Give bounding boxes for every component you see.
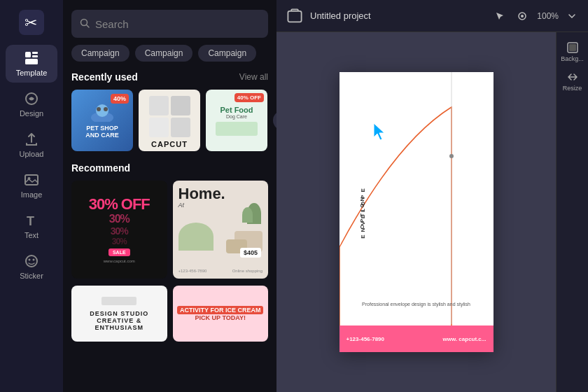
- icecream-highlight: ACTIVITY FOR ICE CREAM: [177, 306, 263, 314]
- background-tool-label: Backg...: [561, 55, 584, 62]
- search-bar[interactable]: [71, 10, 268, 38]
- off-line-4: 30%: [112, 237, 127, 246]
- pet-shop-title: PET SHOP AND CARE: [85, 125, 119, 139]
- recent-thumb-pet-shop[interactable]: 40% PET SHOP AND CARE: [71, 90, 133, 151]
- recently-used-header: Recently used View all: [71, 71, 268, 83]
- sidebar-item-design[interactable]: Design: [6, 85, 57, 123]
- svg-point-12: [33, 259, 35, 261]
- svg-rect-25: [569, 44, 576, 51]
- icecream-sub: PICK UP TODAY!: [195, 314, 246, 321]
- bot-thumb-studio[interactable]: DESIGN STUDIO CREATIVE & ENTHUSIASM: [71, 286, 167, 342]
- recent-thumb-pet-food[interactable]: 40% OFF Pet Food Dog Care: [206, 90, 267, 151]
- svg-point-23: [449, 154, 454, 158]
- svg-line-14: [87, 24, 90, 27]
- footer-website: www. capcut.c...: [443, 336, 486, 342]
- sidebar-item-upload[interactable]: Upload: [6, 126, 57, 164]
- cursor-tool-button[interactable]: [492, 8, 507, 24]
- svg-text:T: T: [27, 214, 34, 228]
- sidebar-label-design: Design: [20, 109, 43, 118]
- envelope-footer: +123-456-7890 www. capcut.c...: [340, 326, 493, 352]
- home-price: $405: [240, 248, 261, 258]
- chip-campaign-3[interactable]: Campaign: [198, 45, 256, 62]
- recent-thumb-capcut[interactable]: CAPCUT: [139, 90, 200, 151]
- sidebar-label-image: Image: [21, 190, 43, 199]
- off-line-3: 30%: [111, 226, 128, 236]
- sale-badge: SALE: [108, 248, 130, 256]
- sidebar-label-template: Template: [16, 69, 48, 77]
- bottom-grid: DESIGN STUDIO CREATIVE & ENTHUSIASM ACTI…: [71, 286, 268, 342]
- template-panel: Campaign Campaign Campaign Recently used…: [63, 0, 276, 392]
- svg-rect-19: [288, 10, 301, 22]
- svg-rect-2: [25, 52, 31, 57]
- zoom-level: 100%: [537, 11, 559, 21]
- off-line-2: 30%: [109, 214, 130, 225]
- sidebar-label-text: Text: [24, 231, 38, 239]
- background-tool[interactable]: Backg...: [560, 39, 585, 64]
- app-logo[interactable]: ✂: [16, 7, 47, 38]
- envelope-option-text: OPTION: [358, 195, 365, 230]
- rec-thumb-30off[interactable]: 30% OFF 30% 30% 30% SALE www.capcut.com: [71, 181, 167, 279]
- svg-point-10: [26, 255, 37, 267]
- home-url: +123-456-7890 Online shopping: [178, 269, 263, 273]
- chip-campaign-2[interactable]: Campaign: [135, 45, 193, 62]
- off-line-1: 30% OFF: [89, 197, 150, 212]
- footer-phone: +123-456-7890: [346, 336, 385, 342]
- editor-topbar: Untitled project 100%: [276, 0, 588, 32]
- editor-body: ENVELOPE OPTION Professional envelope de…: [276, 32, 588, 392]
- sidebar-item-image[interactable]: Image: [6, 167, 57, 204]
- home-title: Home.: [178, 186, 263, 202]
- svg-point-21: [521, 15, 524, 18]
- project-title: Untitled project: [310, 10, 485, 21]
- resize-tool[interactable]: Resize: [560, 69, 585, 94]
- pet-food-badge: 40% OFF: [234, 93, 264, 102]
- sidebar-item-text[interactable]: T Text: [6, 207, 57, 245]
- right-tools: Backg... Resize: [556, 32, 588, 392]
- recommend-grid: 30% OFF 30% 30% 30% SALE www.capcut.com …: [71, 181, 268, 279]
- chip-campaign-1[interactable]: Campaign: [71, 45, 130, 62]
- envelope-description: Professional envelope design is stylish …: [346, 302, 486, 307]
- svg-rect-3: [32, 52, 38, 54]
- sidebar: ✂ Template Design Upload Image: [0, 0, 63, 392]
- panel-content: Recently used View all 40% PET SHOP AND …: [63, 69, 276, 392]
- sidebar-label-sticker: Sticker: [20, 272, 43, 280]
- search-icon: [80, 18, 90, 30]
- recommend-title: Recommend: [71, 162, 130, 174]
- pet-food-title: Pet Food: [220, 106, 253, 114]
- zoom-dropdown-button[interactable]: [566, 11, 578, 21]
- svg-rect-7: [25, 175, 38, 185]
- sidebar-item-sticker[interactable]: Sticker: [6, 248, 57, 286]
- rec-thumb-home[interactable]: Home. At $405 +123-456-7890 Online shopp…: [173, 181, 269, 279]
- editor-area: Untitled project 100%: [276, 0, 588, 392]
- svg-rect-4: [32, 55, 38, 57]
- svg-point-18: [104, 107, 108, 111]
- studio-title: DESIGN STUDIO CREATIVE & ENTHUSIASM: [71, 310, 167, 331]
- view-all-button[interactable]: View all: [239, 72, 268, 82]
- svg-point-11: [29, 259, 31, 261]
- search-input[interactable]: [95, 18, 260, 30]
- canvas-area[interactable]: ENVELOPE OPTION Professional envelope de…: [276, 32, 556, 392]
- svg-point-17: [97, 107, 101, 111]
- svg-rect-5: [25, 59, 38, 64]
- bot-thumb-icecream[interactable]: ACTIVITY FOR ICE CREAM PICK UP TODAY!: [173, 286, 269, 342]
- sidebar-label-upload: Upload: [20, 150, 44, 158]
- filter-chips: Campaign Campaign Campaign: [63, 45, 276, 69]
- resize-tool-label: Resize: [563, 85, 582, 92]
- project-icon: [286, 8, 303, 24]
- recently-used-row: 40% PET SHOP AND CARE: [71, 90, 268, 151]
- off-url: www.capcut.com: [104, 259, 135, 263]
- recommend-header: Recommend: [71, 162, 268, 174]
- svg-text:✂: ✂: [24, 14, 37, 31]
- pet-food-sub: Dog Care: [226, 114, 247, 119]
- doc-canvas: ENVELOPE OPTION Professional envelope de…: [340, 72, 493, 352]
- sidebar-item-template[interactable]: Template: [6, 45, 57, 83]
- pet-shop-badge: 40%: [111, 94, 129, 104]
- draw-tool-button[interactable]: [514, 8, 530, 24]
- recently-used-title: Recently used: [71, 71, 138, 83]
- capcut-logo-text: CAPCUT: [151, 140, 188, 148]
